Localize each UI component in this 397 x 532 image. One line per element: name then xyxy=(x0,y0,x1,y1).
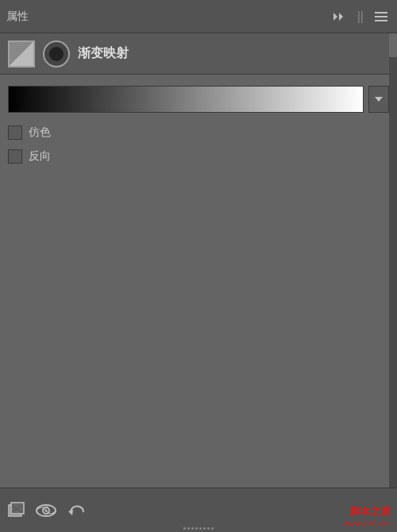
footer-bar: 脚本之家 www.jb51.net xyxy=(0,488,397,532)
scrollbar[interactable] xyxy=(389,33,397,488)
reverse-row: 反向 xyxy=(8,149,389,164)
svg-rect-4 xyxy=(375,20,387,21)
layer-type-row: 渐变映射 xyxy=(0,33,397,75)
divider-icon[interactable]: || xyxy=(354,8,367,25)
undo-icon[interactable] xyxy=(67,502,84,519)
dither-checkbox[interactable] xyxy=(8,125,22,140)
layer-icon[interactable] xyxy=(8,502,25,519)
layer-type-label: 渐变映射 xyxy=(78,45,129,62)
watermark: 脚本之家 www.jb51.net xyxy=(344,504,391,527)
menu-icon[interactable] xyxy=(372,10,391,23)
forward-icon[interactable] xyxy=(330,11,349,22)
chevron-down-icon xyxy=(375,97,383,102)
svg-marker-0 xyxy=(333,13,337,21)
gradient-dropdown-button[interactable] xyxy=(368,86,389,113)
dither-row: 仿色 xyxy=(8,125,389,140)
dither-label: 仿色 xyxy=(29,125,51,140)
gradient-bar[interactable] xyxy=(8,86,364,113)
header-bar: 属性 || xyxy=(0,0,397,33)
layer-thumbnail-circle xyxy=(43,40,70,67)
layer-thumbnail-box xyxy=(8,40,35,67)
panel-title: 属性 xyxy=(6,10,29,24)
svg-rect-2 xyxy=(375,12,387,13)
footer-left xyxy=(8,502,389,519)
svg-rect-3 xyxy=(375,16,387,17)
gradient-row xyxy=(8,86,389,113)
main-spacer xyxy=(0,181,397,491)
svg-marker-1 xyxy=(339,13,343,21)
layer-thumbnail-inner xyxy=(49,47,64,61)
footer-drag-handle[interactable] xyxy=(183,526,214,532)
reverse-checkbox[interactable] xyxy=(8,149,22,164)
reverse-label: 反向 xyxy=(29,149,51,164)
watermark-line1: 脚本之家 xyxy=(344,504,391,519)
svg-marker-12 xyxy=(68,510,73,515)
scrollbar-thumb[interactable] xyxy=(389,33,397,57)
header-icons: || xyxy=(330,8,391,25)
watermark-line2: www.jb51.net xyxy=(344,519,391,527)
eye-icon[interactable] xyxy=(35,503,57,519)
content-area: 仿色 反向 xyxy=(0,75,397,181)
